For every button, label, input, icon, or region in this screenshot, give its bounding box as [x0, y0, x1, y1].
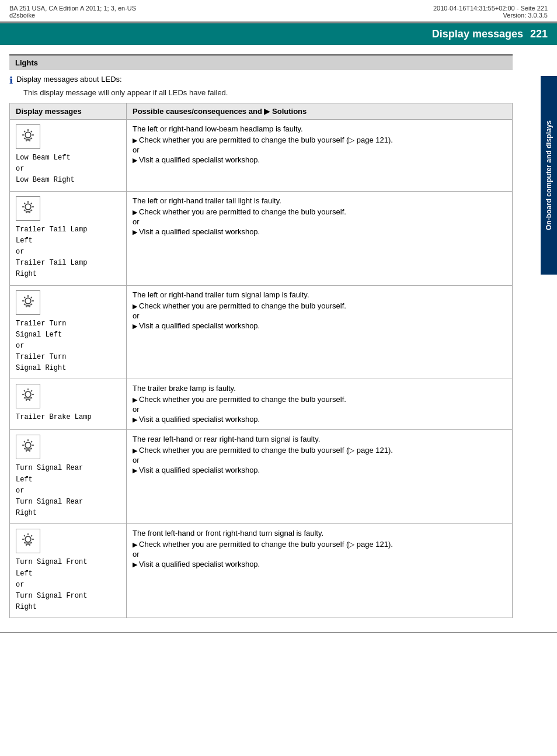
svg-line-67: [31, 535, 32, 536]
section-heading: Lights: [9, 54, 513, 70]
display-messages-cell: Turn Signal RearLeftorTurn Signal RearRi…: [10, 430, 127, 524]
table-row: Turn Signal RearLeftorTurn Signal RearRi…: [10, 430, 513, 524]
svg-line-54: [31, 448, 32, 449]
info-line: ℹ Display messages about LEDs:: [9, 75, 513, 86]
svg-rect-33: [26, 304, 30, 306]
solution-item: Visit a qualified specialist workshop.: [133, 415, 506, 424]
display-msg-text: Trailer Brake Lamp: [16, 412, 120, 423]
svg-line-19: [31, 203, 32, 204]
solution-item: Visit a qualified specialist workshop.: [133, 321, 506, 330]
bulb-icon-box: [16, 529, 40, 553]
solutions-cell: The front left-hand or front right-hand …: [127, 524, 513, 618]
col-header-solutions: Possible causes/consequences and ▶ Solut…: [127, 103, 513, 120]
col-header-display-messages: Display messages: [10, 103, 127, 120]
header-right-line2: Version: 3.0.3.5: [433, 12, 548, 19]
title-banner: Display messages 221: [0, 23, 557, 45]
or-text: or: [133, 217, 506, 226]
row-description: The left or right-hand low-beam headlamp…: [133, 124, 506, 133]
svg-line-44: [24, 397, 25, 398]
solutions-cell: The trailer brake lamp is faulty.Check w…: [127, 379, 513, 430]
header-left: BA 251 USA, CA Edition A 2011; 1; 3, en-…: [9, 5, 136, 19]
svg-line-5: [24, 131, 25, 132]
main-content: Lights ℹ Display messages about LEDs: Th…: [0, 45, 541, 632]
svg-line-20: [24, 209, 25, 210]
svg-point-12: [25, 204, 31, 210]
solution-item: Check whether you are permitted to chang…: [133, 395, 506, 404]
header-right-line1: 2010-04-16T14:31:55+02:00 - Seite 221: [433, 5, 548, 12]
svg-line-42: [31, 397, 32, 398]
svg-line-31: [31, 297, 32, 298]
svg-line-53: [24, 442, 25, 443]
solution-item: Visit a qualified specialist workshop.: [133, 227, 506, 236]
row-description: The rear left-hand or rear right-hand tu…: [133, 435, 506, 443]
or-text: or: [133, 145, 506, 154]
bulb-icon-box: [16, 290, 40, 315]
display-messages-cell: Low Beam LeftorLow Beam Right: [10, 120, 127, 192]
svg-rect-9: [26, 138, 30, 140]
display-msg-text: Trailer Tail LampLeftorTrailer Tail Lamp…: [16, 224, 120, 280]
or-text: or: [133, 550, 506, 559]
sidebar-label: On-board computer and displays: [545, 120, 553, 230]
chapter-sidebar: On-board computer and displays: [541, 76, 557, 275]
svg-line-66: [31, 542, 32, 543]
svg-line-7: [31, 131, 32, 132]
svg-rect-57: [26, 448, 30, 450]
svg-line-41: [24, 391, 25, 392]
svg-rect-69: [26, 542, 30, 544]
svg-line-30: [31, 303, 32, 304]
svg-point-48: [25, 442, 31, 448]
svg-point-60: [25, 536, 31, 542]
display-msg-text: Turn Signal FrontLeftorTurn Signal Front…: [16, 557, 120, 613]
display-messages-cell: Trailer Tail LampLeftorTrailer Tail Lamp…: [10, 191, 127, 285]
solution-item: Visit a qualified specialist workshop.: [133, 466, 506, 474]
solution-item: Check whether you are permitted to chang…: [133, 446, 506, 455]
page-header: BA 251 USA, CA Edition A 2011; 1; 3, en-…: [0, 0, 557, 22]
svg-point-36: [25, 391, 31, 397]
or-text: or: [133, 405, 506, 414]
solution-item: Check whether you are permitted to chang…: [133, 136, 506, 144]
solutions-cell: The left or right-hand low-beam headlamp…: [127, 120, 513, 192]
svg-line-6: [31, 138, 32, 139]
solution-item: Check whether you are permitted to chang…: [133, 540, 506, 549]
page-title: Display messages: [432, 28, 523, 40]
bulb-icon-box: [16, 196, 40, 221]
display-messages-cell: Trailer TurnSignal LeftorTrailer TurnSig…: [10, 285, 127, 379]
display-msg-text: Turn Signal RearLeftorTurn Signal RearRi…: [16, 463, 120, 519]
svg-line-65: [24, 535, 25, 536]
table-row: Trailer Brake LampThe trailer brake lamp…: [10, 379, 513, 430]
header-right: 2010-04-16T14:31:55+02:00 - Seite 221 Ve…: [433, 5, 548, 19]
solutions-cell: The left or right-hand trailer turn sign…: [127, 285, 513, 379]
solution-item: Check whether you are permitted to chang…: [133, 301, 506, 310]
svg-line-29: [24, 297, 25, 298]
header-left-line1: BA 251 USA, CA Edition A 2011; 1; 3, en-…: [9, 5, 136, 12]
display-messages-cell: Trailer Brake Lamp: [10, 379, 127, 430]
info-icon: ℹ: [9, 75, 13, 86]
solution-item: Check whether you are permitted to chang…: [133, 207, 506, 216]
row-description: The trailer brake lamp is faulty.: [133, 384, 506, 393]
or-text: or: [133, 456, 506, 464]
svg-line-43: [31, 391, 32, 392]
display-messages-table: Display messages Possible causes/consequ…: [9, 103, 513, 618]
display-msg-text: Trailer TurnSignal LeftorTrailer TurnSig…: [16, 318, 120, 374]
bulb-icon-box: [16, 384, 40, 408]
bulb-icon-box: [16, 435, 40, 459]
svg-line-17: [24, 203, 25, 204]
solutions-cell: The rear left-hand or rear right-hand tu…: [127, 430, 513, 524]
table-row: Trailer Tail LampLeftorTrailer Tail Lamp…: [10, 191, 513, 285]
row-description: The front left-hand or front right-hand …: [133, 529, 506, 537]
svg-line-18: [31, 209, 32, 210]
row-description: The left or right-hand trailer tail ligh…: [133, 196, 506, 205]
page-number: 221: [530, 28, 548, 40]
bulb-icon-box: [16, 124, 40, 149]
svg-line-56: [24, 448, 25, 449]
info-note: This display message will only appear if…: [23, 88, 513, 97]
solution-item: Visit a qualified specialist workshop.: [133, 560, 506, 568]
svg-point-24: [25, 298, 31, 304]
display-msg-text: Low Beam LeftorLow Beam Right: [16, 152, 120, 186]
solutions-cell: The left or right-hand trailer tail ligh…: [127, 191, 513, 285]
bottom-divider: [0, 632, 557, 633]
svg-rect-21: [26, 210, 30, 211]
or-text: or: [133, 311, 506, 320]
display-messages-cell: Turn Signal FrontLeftorTurn Signal Front…: [10, 524, 127, 618]
svg-line-55: [31, 442, 32, 443]
